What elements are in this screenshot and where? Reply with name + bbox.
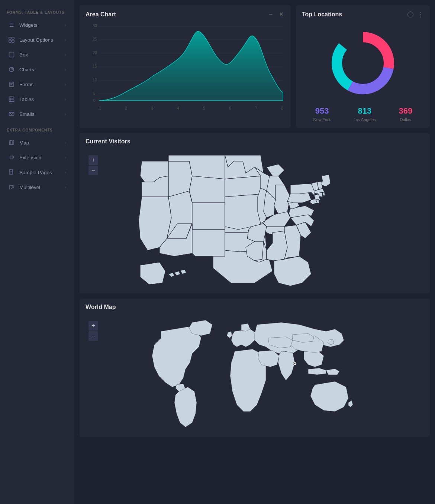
sidebar-item-forms[interactable]: Forms ›	[2, 77, 72, 92]
world-map-svg: .world-country { fill: #c8d4e0; stroke: …	[86, 318, 424, 429]
widgets-icon: ☰	[8, 22, 15, 28]
top-locations-actions: ⋮	[407, 10, 424, 19]
svg-point-92	[294, 363, 296, 364]
world-zoom-in-button[interactable]: +	[88, 321, 98, 331]
sidebar-item-tables[interactable]: Tables ›	[2, 92, 72, 107]
chevron-right-icon: ›	[65, 53, 66, 57]
top-locations-header: Top Locations ⋮	[296, 5, 430, 22]
chevron-right-icon: ›	[65, 68, 66, 72]
x-label-6: 6	[229, 106, 231, 110]
current-visitors-card: Current Visitors + − .us-state { fill: #…	[80, 133, 430, 293]
svg-text:25: 25	[93, 37, 97, 41]
sidebar-item-label: Layout Options	[19, 37, 53, 43]
svg-text:20: 20	[93, 51, 97, 55]
svg-rect-6	[9, 82, 14, 87]
circle-icon[interactable]	[407, 12, 413, 17]
chart-x-axis: 1 2 3 4 5 6 7 8	[86, 105, 285, 110]
area-chart-svg: 30 25 20 15 10 5 0	[86, 22, 285, 104]
svg-text:0: 0	[93, 98, 96, 103]
usa-zoom-out-button[interactable]: −	[88, 166, 98, 175]
sidebar-item-label: Forms	[19, 82, 33, 87]
stat-label-ny: New York	[313, 117, 331, 122]
svg-marker-87	[140, 262, 165, 284]
sidebar-item-box[interactable]: Box ›	[2, 47, 72, 62]
svg-marker-44	[189, 176, 225, 203]
stat-dallas: 369 Dallas	[399, 106, 412, 122]
map-icon	[8, 139, 15, 146]
stat-value-dallas: 369	[399, 106, 412, 116]
svg-marker-90	[180, 270, 186, 274]
layout-icon	[8, 36, 15, 43]
svg-rect-9	[9, 97, 14, 102]
stat-value-la: 813	[358, 106, 372, 116]
forms-icon	[8, 81, 15, 88]
sidebar-item-map[interactable]: Map ›	[2, 135, 72, 150]
chevron-right-icon: ›	[65, 156, 66, 160]
svg-marker-89	[174, 271, 180, 276]
sidebar-item-label: Emails	[19, 111, 35, 117]
stat-los-angeles: 813 Los Angeles	[354, 106, 376, 122]
charts-icon	[8, 66, 15, 73]
world-map-header: World Map	[80, 299, 430, 314]
current-visitors-title: Current Visitors	[86, 138, 130, 145]
sidebar-item-widgets[interactable]: ☰ Widgets ›	[2, 17, 72, 32]
usa-map-controls: + −	[88, 155, 98, 175]
chevron-right-icon: ›	[65, 23, 66, 27]
x-label-5: 5	[203, 106, 205, 110]
usa-zoom-in-button[interactable]: +	[88, 155, 98, 165]
sidebar-item-extension[interactable]: Extension ›	[2, 150, 72, 165]
svg-marker-80	[322, 175, 331, 186]
world-map-card: World Map + − .world-country { fill: #c8…	[80, 299, 430, 437]
area-chart-header: Area Chart − ×	[80, 5, 291, 22]
sidebar-item-label: Extension	[19, 155, 41, 160]
sidebar-section-extra: EXTRA COMPONENTS	[0, 121, 74, 135]
x-label-1: 1	[99, 106, 101, 110]
x-label-4: 4	[177, 106, 179, 110]
sidebar-item-label: Charts	[19, 67, 34, 72]
svg-rect-13	[9, 113, 14, 116]
world-map-controls: + −	[88, 321, 98, 341]
chevron-right-icon: ›	[65, 97, 66, 101]
svg-marker-56	[225, 176, 264, 197]
svg-rect-0	[9, 37, 11, 39]
x-label-7: 7	[255, 106, 257, 110]
extension-icon	[8, 154, 15, 161]
sidebar-item-label: Box	[19, 52, 28, 58]
tables-icon	[8, 96, 15, 103]
sidebar-item-multilevel[interactable]: Multilevel ›	[2, 180, 72, 195]
sidebar-item-emails[interactable]: Emails ›	[2, 107, 72, 121]
stat-label-la: Los Angeles	[354, 117, 376, 122]
svg-marker-88	[168, 273, 174, 277]
sidebar: FORMS, TABLE & LAYOUTS ☰ Widgets › Layou…	[0, 0, 74, 504]
top-locations-card: Top Locations ⋮	[296, 5, 430, 128]
area-chart-actions: − ×	[267, 10, 285, 18]
donut-stats: 953 New York 813 Los Angeles 369 Dallas	[302, 106, 424, 122]
donut-container: 953 New York 813 Los Angeles 369 Dallas	[296, 22, 430, 128]
sample-pages-icon	[8, 169, 15, 176]
svg-text:10: 10	[93, 78, 97, 82]
sidebar-item-layout-options[interactable]: Layout Options ›	[2, 32, 72, 47]
svg-rect-2	[9, 40, 11, 42]
sidebar-section-forms: FORMS, TABLE & LAYOUTS	[0, 4, 74, 17]
sidebar-item-sample-pages[interactable]: Sample Pages ›	[2, 165, 72, 180]
chevron-right-icon: ›	[65, 82, 66, 87]
world-map-title: World Map	[86, 304, 116, 310]
svg-marker-71	[274, 256, 311, 286]
svg-text:5: 5	[93, 91, 96, 95]
svg-point-37	[344, 44, 382, 82]
svg-rect-4	[9, 52, 14, 57]
stat-label-dallas: Dallas	[400, 117, 412, 122]
chevron-right-icon: ›	[65, 141, 66, 145]
close-button[interactable]: ×	[278, 10, 285, 18]
sidebar-item-label: Tables	[19, 97, 34, 102]
top-row: Area Chart − × 30 25 20 15 10 5 0	[80, 5, 430, 128]
minimize-button[interactable]: −	[267, 10, 274, 18]
chevron-right-icon: ›	[65, 170, 66, 175]
world-zoom-out-button[interactable]: −	[88, 331, 98, 341]
multilevel-icon	[8, 184, 15, 191]
more-options-icon[interactable]: ⋮	[417, 10, 424, 19]
svg-marker-60	[267, 164, 284, 176]
x-label-8: 8	[281, 106, 283, 110]
sidebar-item-charts[interactable]: Charts ›	[2, 62, 72, 77]
sidebar-item-label: Multilevel	[19, 185, 40, 190]
